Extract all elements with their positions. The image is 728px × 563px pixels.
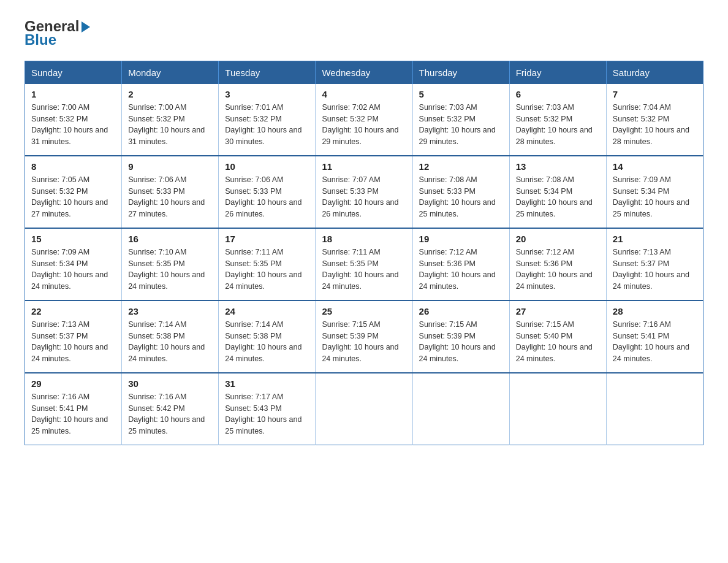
calendar-day-cell: 18 Sunrise: 7:11 AMSunset: 5:35 PMDaylig… [316, 228, 412, 301]
calendar-day-cell: 24 Sunrise: 7:14 AMSunset: 5:38 PMDaylig… [219, 301, 316, 373]
weekday-header-monday: Monday [122, 61, 219, 84]
day-number: 26 [419, 306, 503, 316]
day-number: 30 [128, 378, 212, 389]
calendar-day-cell: 19 Sunrise: 7:12 AMSunset: 5:36 PMDaylig… [412, 228, 509, 301]
day-number: 1 [31, 89, 115, 99]
day-info: Sunrise: 7:06 AMSunset: 5:33 PMDaylight:… [225, 174, 309, 220]
day-number: 9 [128, 161, 212, 172]
calendar-day-cell: 25 Sunrise: 7:15 AMSunset: 5:39 PMDaylig… [316, 301, 412, 373]
day-number: 18 [322, 234, 406, 244]
day-info: Sunrise: 7:04 AMSunset: 5:32 PMDaylight:… [613, 102, 697, 148]
calendar-day-cell [606, 373, 703, 445]
day-info: Sunrise: 7:16 AMSunset: 5:41 PMDaylight:… [31, 391, 115, 437]
calendar-day-cell: 28 Sunrise: 7:16 AMSunset: 5:41 PMDaylig… [606, 301, 703, 373]
calendar-week-row: 29 Sunrise: 7:16 AMSunset: 5:41 PMDaylig… [25, 373, 703, 445]
day-number: 25 [322, 306, 406, 316]
day-info: Sunrise: 7:08 AMSunset: 5:34 PMDaylight:… [516, 174, 600, 220]
day-info: Sunrise: 7:15 AMSunset: 5:39 PMDaylight:… [322, 319, 406, 365]
day-number: 5 [419, 89, 503, 99]
day-info: Sunrise: 7:05 AMSunset: 5:32 PMDaylight:… [31, 174, 115, 220]
day-number: 29 [31, 378, 115, 389]
calendar-day-cell: 31 Sunrise: 7:17 AMSunset: 5:43 PMDaylig… [219, 373, 316, 445]
day-number: 14 [613, 161, 697, 172]
calendar-week-row: 8 Sunrise: 7:05 AMSunset: 5:32 PMDayligh… [25, 156, 703, 228]
weekday-header-friday: Friday [509, 61, 606, 84]
day-info: Sunrise: 7:09 AMSunset: 5:34 PMDaylight:… [31, 247, 115, 293]
calendar-day-cell: 17 Sunrise: 7:11 AMSunset: 5:35 PMDaylig… [219, 228, 316, 301]
calendar-day-cell: 14 Sunrise: 7:09 AMSunset: 5:34 PMDaylig… [606, 156, 703, 228]
calendar-day-cell [509, 373, 606, 445]
calendar-week-row: 1 Sunrise: 7:00 AMSunset: 5:32 PMDayligh… [25, 84, 703, 156]
day-number: 13 [516, 161, 600, 172]
calendar-day-cell: 9 Sunrise: 7:06 AMSunset: 5:33 PMDayligh… [122, 156, 219, 228]
day-info: Sunrise: 7:06 AMSunset: 5:33 PMDaylight:… [128, 174, 212, 220]
day-info: Sunrise: 7:00 AMSunset: 5:32 PMDaylight:… [128, 102, 212, 148]
day-info: Sunrise: 7:14 AMSunset: 5:38 PMDaylight:… [128, 319, 212, 365]
day-number: 28 [613, 306, 697, 316]
day-number: 22 [31, 306, 115, 316]
day-number: 12 [419, 161, 503, 172]
day-number: 16 [128, 234, 212, 244]
day-info: Sunrise: 7:13 AMSunset: 5:37 PMDaylight:… [31, 319, 115, 365]
calendar-day-cell: 12 Sunrise: 7:08 AMSunset: 5:33 PMDaylig… [412, 156, 509, 228]
day-number: 31 [225, 378, 309, 389]
day-info: Sunrise: 7:16 AMSunset: 5:42 PMDaylight:… [128, 391, 212, 437]
day-number: 4 [322, 89, 406, 99]
day-number: 7 [613, 89, 697, 99]
day-info: Sunrise: 7:09 AMSunset: 5:34 PMDaylight:… [613, 174, 697, 220]
day-number: 20 [516, 234, 600, 244]
calendar-day-cell: 13 Sunrise: 7:08 AMSunset: 5:34 PMDaylig… [509, 156, 606, 228]
day-number: 17 [225, 234, 309, 244]
day-info: Sunrise: 7:10 AMSunset: 5:35 PMDaylight:… [128, 247, 212, 293]
day-info: Sunrise: 7:13 AMSunset: 5:37 PMDaylight:… [613, 247, 697, 293]
day-number: 21 [613, 234, 697, 244]
calendar-day-cell: 15 Sunrise: 7:09 AMSunset: 5:34 PMDaylig… [25, 228, 122, 301]
day-info: Sunrise: 7:00 AMSunset: 5:32 PMDaylight:… [31, 102, 115, 148]
weekday-header-sunday: Sunday [25, 61, 122, 84]
day-info: Sunrise: 7:15 AMSunset: 5:40 PMDaylight:… [516, 319, 600, 365]
calendar-table: SundayMondayTuesdayWednesdayThursdayFrid… [25, 61, 703, 445]
calendar-day-cell: 20 Sunrise: 7:12 AMSunset: 5:36 PMDaylig… [509, 228, 606, 301]
weekday-header-wednesday: Wednesday [316, 61, 412, 84]
page-header: General Blue [25, 18, 703, 48]
day-info: Sunrise: 7:01 AMSunset: 5:32 PMDaylight:… [225, 102, 309, 148]
calendar-day-cell: 23 Sunrise: 7:14 AMSunset: 5:38 PMDaylig… [122, 301, 219, 373]
calendar-header-row: SundayMondayTuesdayWednesdayThursdayFrid… [25, 61, 703, 84]
day-info: Sunrise: 7:03 AMSunset: 5:32 PMDaylight:… [516, 102, 600, 148]
weekday-header-tuesday: Tuesday [219, 61, 316, 84]
calendar-day-cell: 2 Sunrise: 7:00 AMSunset: 5:32 PMDayligh… [122, 84, 219, 156]
day-number: 2 [128, 89, 212, 99]
day-number: 24 [225, 306, 309, 316]
day-number: 27 [516, 306, 600, 316]
day-info: Sunrise: 7:11 AMSunset: 5:35 PMDaylight:… [322, 247, 406, 293]
calendar-day-cell: 11 Sunrise: 7:07 AMSunset: 5:33 PMDaylig… [316, 156, 412, 228]
calendar-day-cell: 7 Sunrise: 7:04 AMSunset: 5:32 PMDayligh… [606, 84, 703, 156]
calendar-day-cell: 27 Sunrise: 7:15 AMSunset: 5:40 PMDaylig… [509, 301, 606, 373]
calendar-week-row: 22 Sunrise: 7:13 AMSunset: 5:37 PMDaylig… [25, 301, 703, 373]
day-info: Sunrise: 7:16 AMSunset: 5:41 PMDaylight:… [613, 319, 697, 365]
day-info: Sunrise: 7:15 AMSunset: 5:39 PMDaylight:… [419, 319, 503, 365]
calendar-week-row: 15 Sunrise: 7:09 AMSunset: 5:34 PMDaylig… [25, 228, 703, 301]
calendar-day-cell: 29 Sunrise: 7:16 AMSunset: 5:41 PMDaylig… [25, 373, 122, 445]
logo: General Blue [25, 18, 90, 48]
day-info: Sunrise: 7:12 AMSunset: 5:36 PMDaylight:… [419, 247, 503, 293]
calendar-day-cell: 21 Sunrise: 7:13 AMSunset: 5:37 PMDaylig… [606, 228, 703, 301]
calendar-day-cell: 30 Sunrise: 7:16 AMSunset: 5:42 PMDaylig… [122, 373, 219, 445]
day-number: 15 [31, 234, 115, 244]
calendar-day-cell: 16 Sunrise: 7:10 AMSunset: 5:35 PMDaylig… [122, 228, 219, 301]
calendar-day-cell [412, 373, 509, 445]
calendar-day-cell: 8 Sunrise: 7:05 AMSunset: 5:32 PMDayligh… [25, 156, 122, 228]
calendar-day-cell: 1 Sunrise: 7:00 AMSunset: 5:32 PMDayligh… [25, 84, 122, 156]
day-number: 11 [322, 161, 406, 172]
day-info: Sunrise: 7:07 AMSunset: 5:33 PMDaylight:… [322, 174, 406, 220]
calendar-day-cell: 5 Sunrise: 7:03 AMSunset: 5:32 PMDayligh… [412, 84, 509, 156]
day-info: Sunrise: 7:12 AMSunset: 5:36 PMDaylight:… [516, 247, 600, 293]
calendar-day-cell: 6 Sunrise: 7:03 AMSunset: 5:32 PMDayligh… [509, 84, 606, 156]
day-number: 6 [516, 89, 600, 99]
day-info: Sunrise: 7:14 AMSunset: 5:38 PMDaylight:… [225, 319, 309, 365]
calendar-day-cell: 26 Sunrise: 7:15 AMSunset: 5:39 PMDaylig… [412, 301, 509, 373]
day-info: Sunrise: 7:02 AMSunset: 5:32 PMDaylight:… [322, 102, 406, 148]
day-number: 10 [225, 161, 309, 172]
day-number: 23 [128, 306, 212, 316]
day-info: Sunrise: 7:03 AMSunset: 5:32 PMDaylight:… [419, 102, 503, 148]
